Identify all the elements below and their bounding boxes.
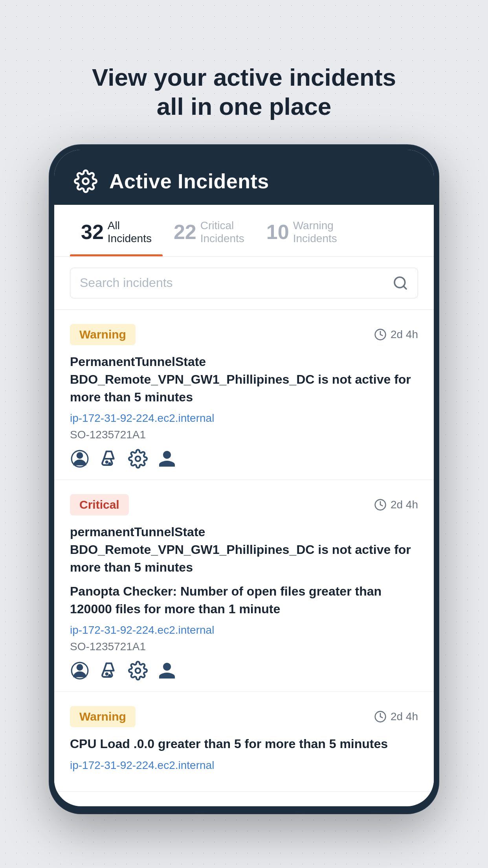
tab-warning-count: 10 bbox=[266, 220, 289, 244]
tab-all-label: AllIncidents bbox=[108, 219, 152, 245]
app-title: Active Incidents bbox=[109, 169, 269, 193]
svg-point-8 bbox=[136, 456, 141, 462]
gear-small-icon[interactable] bbox=[128, 449, 148, 469]
flask-icon[interactable] bbox=[99, 449, 119, 469]
warning-badge: Warning bbox=[70, 324, 136, 345]
incident-host: ip-172-31-92-224.ec2.internal bbox=[70, 412, 418, 425]
svg-point-6 bbox=[106, 462, 108, 463]
svg-point-12 bbox=[106, 673, 108, 675]
incident-header: Warning 2d 4h bbox=[70, 324, 418, 345]
incident-header: Critical 2d 4h bbox=[70, 494, 418, 515]
search-icon bbox=[393, 275, 408, 291]
person-icon[interactable] bbox=[157, 661, 177, 680]
tab-warning-label: WarningIncidents bbox=[293, 219, 337, 245]
phone-inner: Active Incidents 32 AllIncidents 22 Crit… bbox=[54, 150, 434, 806]
user-circle-icon[interactable] bbox=[70, 449, 90, 469]
gear-small-icon[interactable] bbox=[128, 661, 148, 680]
person-icon[interactable] bbox=[157, 449, 177, 469]
time-info: 2d 4h bbox=[374, 498, 418, 511]
search-input-wrapper[interactable]: Search incidents bbox=[70, 268, 418, 298]
incident-host: ip-172-31-92-224.ec2.internal bbox=[70, 624, 418, 636]
incident-title: PermanentTunnelState BDO_Remote_VPN_GW1_… bbox=[70, 353, 418, 406]
critical-badge: Critical bbox=[70, 494, 129, 515]
tabs-container: 32 AllIncidents 22 CriticalIncidents 10 … bbox=[54, 205, 434, 257]
svg-point-0 bbox=[83, 178, 89, 184]
phone-frame: Active Incidents 32 AllIncidents 22 Crit… bbox=[50, 145, 438, 813]
incident-card[interactable]: Warning 2d 4h CPU Load .0.0 greater than… bbox=[54, 692, 434, 792]
tab-critical[interactable]: 22 CriticalIncidents bbox=[163, 205, 255, 256]
incident-id: SO-1235721A1 bbox=[70, 640, 418, 653]
time-info: 2d 4h bbox=[374, 328, 418, 341]
incident-time: 2d 4h bbox=[391, 710, 418, 723]
flask-icon[interactable] bbox=[99, 661, 119, 680]
time-info: 2d 4h bbox=[374, 710, 418, 723]
incident-action-icons bbox=[70, 449, 418, 469]
tab-all-count: 32 bbox=[81, 220, 104, 244]
warning-badge: Warning bbox=[70, 706, 136, 727]
user-circle-icon[interactable] bbox=[70, 661, 90, 680]
incident-time: 2d 4h bbox=[391, 328, 418, 341]
tab-warning[interactable]: 10 WarningIncidents bbox=[255, 205, 348, 256]
svg-line-2 bbox=[404, 286, 406, 289]
incident-id: SO-1235721A1 bbox=[70, 428, 418, 441]
settings-icon[interactable] bbox=[74, 169, 97, 193]
incident-action-icons bbox=[70, 661, 418, 680]
incident-header: Warning 2d 4h bbox=[70, 706, 418, 727]
svg-point-13 bbox=[109, 675, 110, 676]
incident-title: CPU Load .0.0 greater than 5 for more th… bbox=[70, 735, 418, 753]
clock-icon bbox=[374, 328, 387, 341]
incident-title-2: Panopta Checker: Number of open files gr… bbox=[70, 583, 418, 618]
svg-point-10 bbox=[77, 664, 83, 671]
svg-point-4 bbox=[77, 452, 83, 459]
clock-icon bbox=[374, 498, 387, 511]
incident-host: ip-172-31-92-224.ec2.internal bbox=[70, 759, 418, 772]
incident-title: permanentTunnelState BDO_Remote_VPN_GW1_… bbox=[70, 523, 418, 576]
app-header: Active Incidents bbox=[54, 150, 434, 205]
incidents-list: Warning 2d 4h PermanentTunnelState BDO_R… bbox=[54, 310, 434, 792]
page-headline: View your active incidents all in one pl… bbox=[61, 63, 427, 121]
incident-time: 2d 4h bbox=[391, 498, 418, 511]
svg-point-14 bbox=[136, 668, 141, 673]
tab-critical-label: CriticalIncidents bbox=[200, 219, 244, 245]
search-container: Search incidents bbox=[54, 257, 434, 310]
incident-card[interactable]: Warning 2d 4h PermanentTunnelState BDO_R… bbox=[54, 310, 434, 480]
svg-point-7 bbox=[109, 463, 110, 464]
tab-all[interactable]: 32 AllIncidents bbox=[70, 205, 163, 256]
search-placeholder: Search incidents bbox=[80, 276, 386, 290]
tab-critical-count: 22 bbox=[174, 220, 196, 244]
incident-card[interactable]: Critical 2d 4h permanentTunnelState BDO_… bbox=[54, 480, 434, 692]
clock-icon bbox=[374, 710, 387, 723]
